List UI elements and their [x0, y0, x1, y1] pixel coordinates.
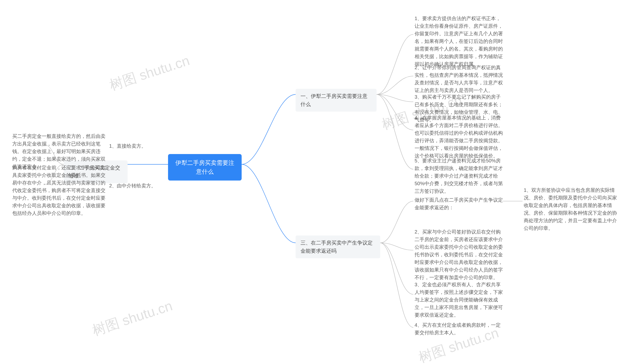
branch-three-item-1: 1、双方所签协议中应当包含房屋的实际情况、房价、委托期限及委托中介公司向买家收取…	[524, 186, 617, 232]
branch-two-sub-b-text: 购房者在交付定金前，还应要求中介公司出具卖家委托中介收取定金的委托书。如果交易中…	[12, 164, 108, 217]
branch-three-item-3: 3、定金也必须产权所有人、含产权共享人均要签字，按照上述步骤交定金，下家与上家之…	[415, 281, 505, 319]
branch-one: 一、伊犁二手房买卖需要注意什么	[296, 89, 377, 112]
branch-three: 三、在二手房买卖中产生争议定金能要求返还吗	[296, 235, 380, 258]
watermark: 树图 shutu.cn	[90, 296, 175, 340]
branch-one-item-1: 1、要求卖方提供合法的产权证书正本，让业主给你看身份证原件、房产证原件，你留复印…	[415, 15, 505, 68]
branch-one-item-5: 5、要求业主过户递资料完成才给50%房款，拿到受理回执，确定能拿到房产证才给全款…	[415, 157, 505, 195]
branch-three-intro: 做好下面几点在二手房买卖中产生争议定金能要求返还的：	[415, 196, 503, 212]
root-node: 伊犁二手房买卖需要注意什么	[168, 154, 242, 181]
branch-one-item-2: 2、让中介带你到房管局查询产权证的真实性，包括查房产的基本情况，抵押情况及查封情…	[415, 64, 505, 94]
branch-one-item-4: 4、在掌握房屋基本情况的基础上，消费者应从多个方面对二手房价格进行评估。也可以委…	[415, 114, 505, 160]
branch-two-sub-a: 1、直接给卖方。	[109, 142, 151, 150]
branch-three-item-4: 4、买方在支付定金或者购房款时，一定要交付给房主本人。	[415, 321, 505, 337]
branch-two-sub-b: 2、由中介转给卖方。	[109, 182, 158, 190]
watermark: 树图 shutu.cn	[107, 51, 192, 95]
mindmap-canvas: 树图 shutu.cn 树图 shutu.cn 树图 shutu.cn 树图 s…	[0, 0, 628, 364]
branch-three-item-2: 2、买家与中介公司签好协议后在交付购二手房的定金前，买房者还应该要求中介公司出示…	[415, 228, 505, 281]
